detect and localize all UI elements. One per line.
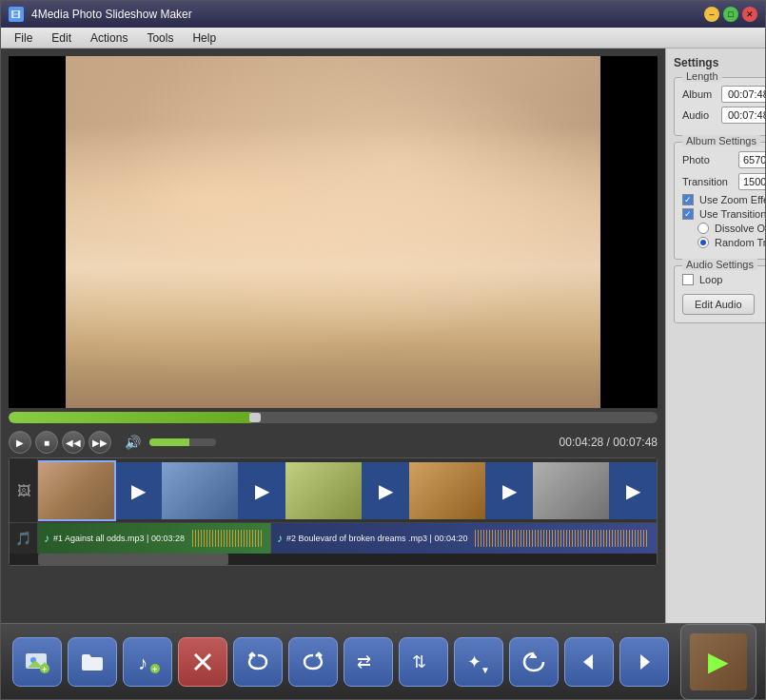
- svg-text:+: +: [42, 665, 47, 674]
- title-bar: 🎞 4Media Photo Slideshow Maker – □ ✕: [1, 1, 765, 28]
- zoom-effect-checkbox[interactable]: [682, 194, 694, 205]
- move-right-button[interactable]: [619, 637, 669, 687]
- undo-button[interactable]: [233, 637, 283, 687]
- photo-thumb-1[interactable]: [38, 462, 114, 519]
- transition-3[interactable]: ▶: [362, 462, 409, 519]
- length-group-title: Length: [682, 70, 722, 82]
- audio-timeline-icon: 🎵: [10, 523, 38, 554]
- maximize-button[interactable]: □: [723, 7, 738, 22]
- move-left-button[interactable]: [564, 637, 614, 687]
- photo-timeline-row: 🖼 ▶ ▶ ▶ ▶ ▶: [10, 458, 657, 523]
- transition-4[interactable]: ▶: [485, 462, 533, 519]
- random-transition-radio[interactable]: [697, 237, 709, 248]
- stop-button[interactable]: ■: [35, 431, 58, 454]
- effects-button[interactable]: ✦ ▼: [454, 637, 503, 687]
- left-panel: ▶ ■ ◀◀ ▶▶ 🔊 00:04:28 / 00:07:48 🖼 ▶ ▶: [1, 49, 665, 623]
- audio-segment-1-label: #1 Against all odds.mp3 | 00:03:28: [53, 534, 185, 543]
- rotate-cw-button[interactable]: ⇄: [344, 637, 393, 687]
- dissolve-only-label: Dissolve Only: [715, 223, 765, 234]
- delete-button[interactable]: [178, 637, 227, 687]
- progress-thumb[interactable]: [249, 413, 261, 422]
- app-icon: 🎞: [9, 7, 24, 22]
- fast-forward-button[interactable]: ▶▶: [88, 431, 111, 454]
- transition-2[interactable]: ▶: [238, 462, 285, 519]
- use-transition-row: Use Transition: [682, 208, 765, 220]
- use-transition-checkbox[interactable]: [682, 208, 694, 220]
- audio-settings-group-title: Audio Settings: [682, 259, 757, 270]
- add-photo-button[interactable]: +: [12, 637, 62, 687]
- photo-thumb-5[interactable]: [533, 462, 609, 519]
- output-btn-inner: ▶: [690, 633, 747, 690]
- transition-setting-label: Transition: [682, 176, 735, 187]
- svg-text:✦: ✦: [467, 652, 481, 671]
- photo-thumb-2[interactable]: [162, 462, 238, 519]
- dissolve-only-radio[interactable]: [697, 223, 709, 234]
- close-button[interactable]: ✕: [742, 7, 757, 22]
- flip-button[interactable]: ⇅: [399, 637, 448, 687]
- add-music-button[interactable]: ♪ +: [123, 637, 172, 687]
- menu-edit[interactable]: Edit: [42, 29, 81, 47]
- volume-slider[interactable]: [149, 438, 216, 446]
- preview-image: [9, 56, 658, 408]
- rewind-button[interactable]: ◀◀: [62, 431, 85, 454]
- use-transition-label: Use Transition: [699, 208, 765, 220]
- time-display: 00:04:28 / 00:07:48: [560, 436, 658, 449]
- output-icon: ▶: [708, 646, 729, 677]
- right-black-bar: [600, 56, 658, 408]
- photo-strip[interactable]: ▶ ▶ ▶ ▶ ▶: [38, 458, 657, 522]
- transition-1[interactable]: ▶: [114, 462, 162, 519]
- audio-note-1: ♪: [44, 532, 49, 545]
- output-button[interactable]: ▶: [680, 624, 756, 700]
- timeline-scrollbar[interactable]: [10, 554, 657, 565]
- audio-length-row: Audio 00:07:48: [682, 107, 765, 124]
- album-length-row: Album 00:07:48: [682, 86, 765, 103]
- menu-help[interactable]: Help: [183, 29, 226, 47]
- menu-actions[interactable]: Actions: [81, 29, 137, 47]
- audio-timeline-row: 🎵 ♪ #1 Against all odds.mp3 | 00:03:28 ♪…: [10, 523, 657, 554]
- svg-text:⇄: ⇄: [357, 652, 371, 671]
- play-button[interactable]: ▶: [9, 431, 31, 454]
- photo-value-input[interactable]: [738, 151, 765, 168]
- audio-settings-group: Audio Settings Loop Edit Audio: [674, 265, 765, 323]
- open-folder-button[interactable]: [68, 637, 117, 687]
- transition-5[interactable]: ▶: [609, 462, 657, 519]
- timeline-scrollbar-thumb[interactable]: [38, 554, 228, 565]
- menu-file[interactable]: File: [5, 29, 42, 47]
- minimize-button[interactable]: –: [704, 7, 719, 22]
- loop-row: Loop: [682, 274, 765, 285]
- audio-length-label: Audio: [682, 109, 716, 121]
- svg-marker-15: [640, 654, 650, 670]
- settings-title: Settings: [674, 56, 765, 69]
- album-settings-group: Album Settings Photo ▲ ▼ ms ♪ Transition: [674, 142, 765, 260]
- svg-text:♪: ♪: [138, 652, 147, 673]
- audio-track: ♪ #1 Against all odds.mp3 | 00:03:28 ♪ #…: [38, 523, 657, 554]
- length-group: Length Album 00:07:48 Audio 00:07:48: [674, 77, 765, 136]
- window-title: 4Media Photo Slideshow Maker: [31, 8, 697, 21]
- edit-audio-button[interactable]: Edit Audio: [682, 294, 755, 315]
- playback-controls: ▶ ■ ◀◀ ▶▶ 🔊 00:04:28 / 00:07:48: [1, 427, 665, 457]
- progress-fill: [9, 412, 255, 423]
- window-controls: – □ ✕: [704, 7, 757, 22]
- menu-tools[interactable]: Tools: [137, 29, 183, 47]
- dissolve-only-row: Dissolve Only: [697, 223, 765, 234]
- photo-setting-row: Photo ▲ ▼ ms ♪: [682, 150, 765, 169]
- photo-thumb-3[interactable]: [285, 462, 362, 519]
- photo-setting-label: Photo: [682, 154, 735, 165]
- photo-timeline-icon: 🖼: [10, 458, 38, 522]
- album-label: Album: [682, 88, 716, 100]
- transition-value-input[interactable]: [738, 173, 765, 190]
- revert-button[interactable]: [509, 637, 559, 687]
- random-transition-label: Random Transition: [715, 237, 765, 248]
- audio-segment-2[interactable]: ♪ #2 Boulevard of broken dreams .mp3 | 0…: [271, 523, 657, 554]
- loop-checkbox[interactable]: [682, 274, 694, 285]
- audio-segment-1[interactable]: ♪ #1 Against all odds.mp3 | 00:03:28: [38, 523, 271, 554]
- settings-panel: Settings Length Album 00:07:48 Audio 00:…: [665, 49, 765, 623]
- random-transition-row: Random Transition: [697, 237, 765, 248]
- seek-bar[interactable]: [9, 412, 658, 423]
- photo-thumb-4[interactable]: [409, 462, 485, 519]
- svg-text:+: +: [152, 665, 157, 674]
- svg-text:⇅: ⇅: [412, 652, 426, 671]
- menu-bar: File Edit Actions Tools Help: [1, 28, 765, 49]
- redo-button[interactable]: [288, 637, 338, 687]
- timeline-area: 🖼 ▶ ▶ ▶ ▶ ▶ 🎵: [9, 457, 658, 566]
